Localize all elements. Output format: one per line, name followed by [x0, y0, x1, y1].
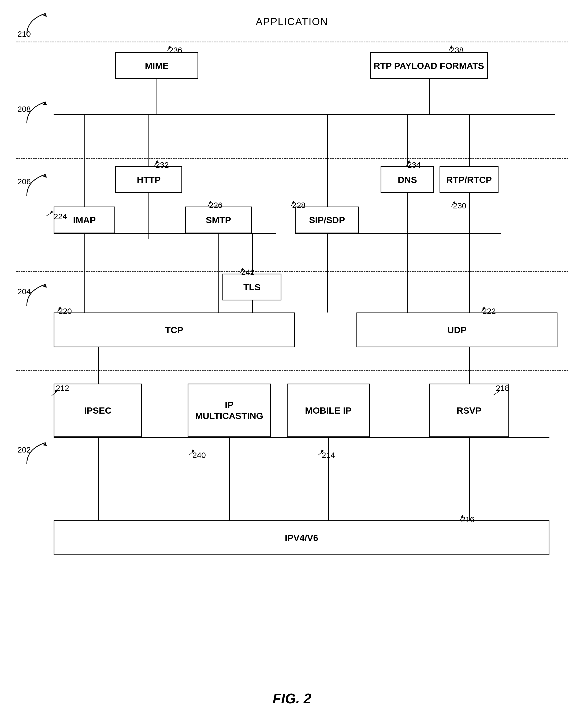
line-dns-to-udp	[407, 193, 408, 312]
svg-line-27	[52, 391, 57, 396]
svg-marker-36	[461, 515, 464, 517]
dashed-line-206	[16, 271, 568, 272]
svg-marker-5	[450, 46, 452, 48]
box-http: HTTP	[115, 166, 182, 193]
line-sipsdp-to-udp	[327, 233, 328, 312]
svg-line-29	[189, 451, 194, 455]
arrow-216	[456, 514, 464, 522]
h-bus-870-right	[295, 233, 501, 234]
box-tcp: TCP	[54, 312, 295, 347]
arrow-234	[402, 159, 411, 167]
arrow-238	[445, 44, 453, 52]
box-rtp-payload: RTP PAYLOAD FORMATS	[370, 52, 488, 79]
label-204: 204	[18, 287, 31, 296]
arrow-242	[237, 266, 244, 275]
line-tls-up	[252, 233, 253, 274]
svg-marker-18	[292, 201, 295, 203]
line-rtp-payload-down	[429, 79, 429, 114]
box-mobile-ip: MOBILE IP	[287, 384, 370, 437]
svg-line-31	[318, 451, 324, 455]
label-202: 202	[18, 445, 31, 454]
box-mime: MIME	[115, 52, 198, 79]
label-208: 208	[18, 105, 31, 114]
dashed-line-210	[16, 42, 568, 43]
box-sip-sdp: SIP/SDP	[295, 207, 359, 233]
arrow-212	[50, 389, 58, 397]
box-smtp: SMTP	[185, 207, 252, 233]
box-tls: TLS	[222, 274, 281, 301]
figure-label: FIG. 2	[273, 691, 311, 706]
h-bus-lower	[54, 437, 550, 438]
line-rtprtcp-to-udp	[469, 193, 470, 312]
box-ip-multicasting: IP MULTICASTING	[188, 384, 271, 437]
box-rtp-rtcp: RTP/RTCP	[440, 166, 499, 193]
label-210: 210	[18, 29, 31, 38]
svg-marker-8	[156, 160, 158, 163]
line-hbus-to-dns	[407, 114, 408, 166]
line-imap-to-hbus	[84, 114, 85, 207]
svg-marker-21	[241, 268, 244, 270]
line-smtp-vert	[218, 233, 219, 312]
svg-marker-3	[168, 46, 171, 48]
line-hbus-to-http	[148, 114, 149, 166]
line-tcp-to-lower	[98, 347, 99, 384]
box-udp: UDP	[357, 312, 557, 347]
dashed-line-208	[16, 158, 568, 159]
line-ipsec-lower	[98, 437, 99, 520]
arrow-230	[448, 200, 455, 208]
arrow-226	[204, 199, 212, 207]
svg-marker-12	[452, 201, 455, 204]
diagram: APPLICATION 210 208 MIME 236 RTP PAYLOAD…	[0, 0, 584, 728]
h-bus-1	[54, 114, 501, 115]
arrow-240	[188, 448, 196, 457]
label-206: 206	[18, 177, 31, 186]
line-tls-down	[252, 301, 253, 312]
box-dns: DNS	[381, 166, 434, 193]
arrow-214	[317, 448, 325, 457]
arrow-218	[492, 388, 503, 396]
line-hbus-to-rtprtcp	[469, 114, 470, 166]
line-rsvp-lower	[469, 437, 470, 520]
svg-marker-25	[482, 307, 485, 309]
line-mobileip-lower	[328, 437, 329, 520]
line-sipdp-to-hbus	[327, 114, 328, 207]
line-udp-to-lower	[469, 347, 470, 384]
box-ipv4v6: IPV4/V6	[54, 520, 550, 555]
h-bus-870-left	[54, 233, 276, 234]
line-http-down	[148, 193, 149, 239]
line-imap-to-tcp	[84, 233, 85, 312]
line-mime-down	[157, 79, 157, 114]
arrow-236	[164, 44, 171, 52]
svg-line-13	[46, 212, 53, 216]
svg-marker-16	[209, 201, 212, 203]
arrow-222	[478, 305, 485, 313]
svg-marker-23	[58, 307, 61, 309]
arrow-220	[54, 305, 62, 313]
application-label: APPLICATION	[256, 16, 328, 28]
arrow-224	[45, 209, 56, 217]
line-ipmulti-lower	[229, 437, 230, 520]
dashed-line-204	[16, 370, 568, 371]
arrow-228	[287, 199, 295, 207]
arrow-232	[150, 159, 159, 167]
